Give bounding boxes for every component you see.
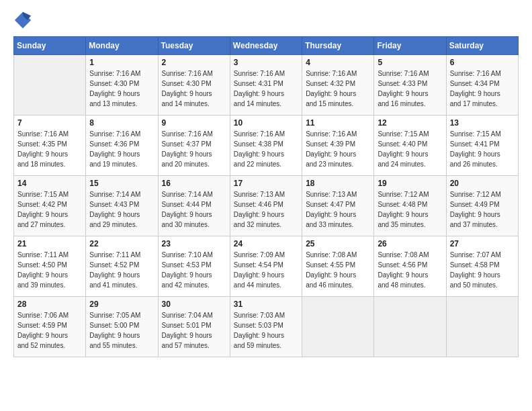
day-number: 31 <box>234 300 298 309</box>
day-number: 1 <box>89 58 154 67</box>
day-info: Sunrise: 7:15 AM Sunset: 4:40 PM Dayligh… <box>378 129 442 169</box>
day-number: 17 <box>234 179 298 188</box>
logo <box>13 11 35 30</box>
calendar-header-row: SundayMondayTuesdayWednesdayThursdayFrid… <box>14 37 519 55</box>
day-info: Sunrise: 7:16 AM Sunset: 4:35 PM Dayligh… <box>17 129 82 169</box>
header-monday: Monday <box>86 37 158 55</box>
day-number: 16 <box>162 179 226 188</box>
day-number: 22 <box>89 239 154 248</box>
calendar-cell: 26Sunrise: 7:08 AM Sunset: 4:56 PM Dayli… <box>374 236 446 297</box>
day-number: 24 <box>234 239 298 248</box>
calendar-cell: 12Sunrise: 7:15 AM Sunset: 4:40 PM Dayli… <box>374 116 446 176</box>
week-row-0: 1Sunrise: 7:16 AM Sunset: 4:30 PM Daylig… <box>14 55 519 116</box>
day-number: 8 <box>89 118 154 128</box>
day-number: 19 <box>378 179 442 188</box>
calendar-cell: 15Sunrise: 7:14 AM Sunset: 4:43 PM Dayli… <box>86 176 158 236</box>
calendar-cell: 1Sunrise: 7:16 AM Sunset: 4:30 PM Daylig… <box>86 55 158 116</box>
day-number: 18 <box>306 179 370 188</box>
day-number: 29 <box>89 300 154 309</box>
day-info: Sunrise: 7:11 AM Sunset: 4:52 PM Dayligh… <box>89 250 154 290</box>
day-info: Sunrise: 7:10 AM Sunset: 4:53 PM Dayligh… <box>162 250 226 290</box>
header-saturday: Saturday <box>446 37 518 55</box>
day-number: 9 <box>162 118 226 128</box>
calendar-cell: 9Sunrise: 7:16 AM Sunset: 4:37 PM Daylig… <box>158 116 230 176</box>
day-number: 4 <box>306 58 370 67</box>
day-number: 6 <box>450 58 515 67</box>
day-info: Sunrise: 7:12 AM Sunset: 4:48 PM Dayligh… <box>378 189 442 230</box>
day-number: 20 <box>450 179 515 188</box>
calendar-cell: 11Sunrise: 7:16 AM Sunset: 4:39 PM Dayli… <box>302 116 374 176</box>
day-info: Sunrise: 7:16 AM Sunset: 4:39 PM Dayligh… <box>306 129 370 169</box>
day-number: 5 <box>378 58 442 67</box>
calendar-cell: 25Sunrise: 7:08 AM Sunset: 4:55 PM Dayli… <box>302 236 374 297</box>
calendar-cell: 10Sunrise: 7:16 AM Sunset: 4:38 PM Dayli… <box>230 116 302 176</box>
day-info: Sunrise: 7:16 AM Sunset: 4:38 PM Dayligh… <box>234 129 298 169</box>
day-number: 14 <box>17 179 82 188</box>
day-number: 28 <box>17 300 82 309</box>
day-info: Sunrise: 7:15 AM Sunset: 4:41 PM Dayligh… <box>450 129 515 169</box>
header-thursday: Thursday <box>302 37 374 55</box>
day-info: Sunrise: 7:14 AM Sunset: 4:43 PM Dayligh… <box>89 189 154 230</box>
calendar-cell <box>446 297 518 357</box>
calendar-cell <box>302 297 374 357</box>
day-info: Sunrise: 7:16 AM Sunset: 4:30 PM Dayligh… <box>89 68 154 109</box>
calendar-cell: 23Sunrise: 7:10 AM Sunset: 4:53 PM Dayli… <box>158 236 230 297</box>
day-number: 21 <box>17 239 82 248</box>
calendar-cell: 27Sunrise: 7:07 AM Sunset: 4:58 PM Dayli… <box>446 236 518 297</box>
header-tuesday: Tuesday <box>158 37 230 55</box>
day-info: Sunrise: 7:08 AM Sunset: 4:55 PM Dayligh… <box>306 250 370 290</box>
logo-icon <box>13 11 32 30</box>
calendar-cell: 19Sunrise: 7:12 AM Sunset: 4:48 PM Dayli… <box>374 176 446 236</box>
calendar-cell <box>14 55 86 116</box>
day-info: Sunrise: 7:08 AM Sunset: 4:56 PM Dayligh… <box>378 250 442 290</box>
day-info: Sunrise: 7:16 AM Sunset: 4:33 PM Dayligh… <box>378 68 442 109</box>
calendar-cell: 20Sunrise: 7:12 AM Sunset: 4:49 PM Dayli… <box>446 176 518 236</box>
day-number: 25 <box>306 239 370 248</box>
day-info: Sunrise: 7:09 AM Sunset: 4:54 PM Dayligh… <box>234 250 298 290</box>
page-header <box>13 11 519 30</box>
calendar-cell: 7Sunrise: 7:16 AM Sunset: 4:35 PM Daylig… <box>14 116 86 176</box>
day-info: Sunrise: 7:14 AM Sunset: 4:44 PM Dayligh… <box>162 189 226 230</box>
calendar-cell: 13Sunrise: 7:15 AM Sunset: 4:41 PM Dayli… <box>446 116 518 176</box>
calendar-cell: 17Sunrise: 7:13 AM Sunset: 4:46 PM Dayli… <box>230 176 302 236</box>
calendar-cell: 24Sunrise: 7:09 AM Sunset: 4:54 PM Dayli… <box>230 236 302 297</box>
day-number: 3 <box>234 58 298 67</box>
day-info: Sunrise: 7:16 AM Sunset: 4:34 PM Dayligh… <box>450 68 515 109</box>
day-info: Sunrise: 7:12 AM Sunset: 4:49 PM Dayligh… <box>450 189 515 230</box>
day-info: Sunrise: 7:05 AM Sunset: 5:00 PM Dayligh… <box>89 310 154 351</box>
day-number: 13 <box>450 118 515 128</box>
calendar-cell: 22Sunrise: 7:11 AM Sunset: 4:52 PM Dayli… <box>86 236 158 297</box>
day-number: 30 <box>162 300 226 309</box>
header-friday: Friday <box>374 37 446 55</box>
day-number: 26 <box>378 239 442 248</box>
day-info: Sunrise: 7:03 AM Sunset: 5:03 PM Dayligh… <box>234 310 298 351</box>
calendar-cell: 3Sunrise: 7:16 AM Sunset: 4:31 PM Daylig… <box>230 55 302 116</box>
day-info: Sunrise: 7:16 AM Sunset: 4:36 PM Dayligh… <box>89 129 154 169</box>
day-info: Sunrise: 7:16 AM Sunset: 4:31 PM Dayligh… <box>234 68 298 109</box>
calendar-cell: 21Sunrise: 7:11 AM Sunset: 4:50 PM Dayli… <box>14 236 86 297</box>
week-row-4: 28Sunrise: 7:06 AM Sunset: 4:59 PM Dayli… <box>14 297 519 357</box>
header-wednesday: Wednesday <box>230 37 302 55</box>
day-info: Sunrise: 7:16 AM Sunset: 4:30 PM Dayligh… <box>162 68 226 109</box>
day-number: 23 <box>162 239 226 248</box>
calendar-table: SundayMondayTuesdayWednesdayThursdayFrid… <box>13 36 519 357</box>
day-number: 27 <box>450 239 515 248</box>
day-number: 2 <box>162 58 226 67</box>
calendar-cell: 29Sunrise: 7:05 AM Sunset: 5:00 PM Dayli… <box>86 297 158 357</box>
day-number: 10 <box>234 118 298 128</box>
day-info: Sunrise: 7:16 AM Sunset: 4:32 PM Dayligh… <box>306 68 370 109</box>
day-info: Sunrise: 7:16 AM Sunset: 4:37 PM Dayligh… <box>162 129 226 169</box>
calendar-cell: 5Sunrise: 7:16 AM Sunset: 4:33 PM Daylig… <box>374 55 446 116</box>
day-number: 7 <box>17 118 82 128</box>
calendar-cell: 14Sunrise: 7:15 AM Sunset: 4:42 PM Dayli… <box>14 176 86 236</box>
calendar-cell: 8Sunrise: 7:16 AM Sunset: 4:36 PM Daylig… <box>86 116 158 176</box>
calendar-cell: 18Sunrise: 7:13 AM Sunset: 4:47 PM Dayli… <box>302 176 374 236</box>
calendar-cell: 6Sunrise: 7:16 AM Sunset: 4:34 PM Daylig… <box>446 55 518 116</box>
week-row-3: 21Sunrise: 7:11 AM Sunset: 4:50 PM Dayli… <box>14 236 519 297</box>
header-sunday: Sunday <box>14 37 86 55</box>
day-number: 11 <box>306 118 370 128</box>
calendar-cell: 4Sunrise: 7:16 AM Sunset: 4:32 PM Daylig… <box>302 55 374 116</box>
day-info: Sunrise: 7:04 AM Sunset: 5:01 PM Dayligh… <box>162 310 226 351</box>
calendar-cell: 28Sunrise: 7:06 AM Sunset: 4:59 PM Dayli… <box>14 297 86 357</box>
calendar-cell: 31Sunrise: 7:03 AM Sunset: 5:03 PM Dayli… <box>230 297 302 357</box>
